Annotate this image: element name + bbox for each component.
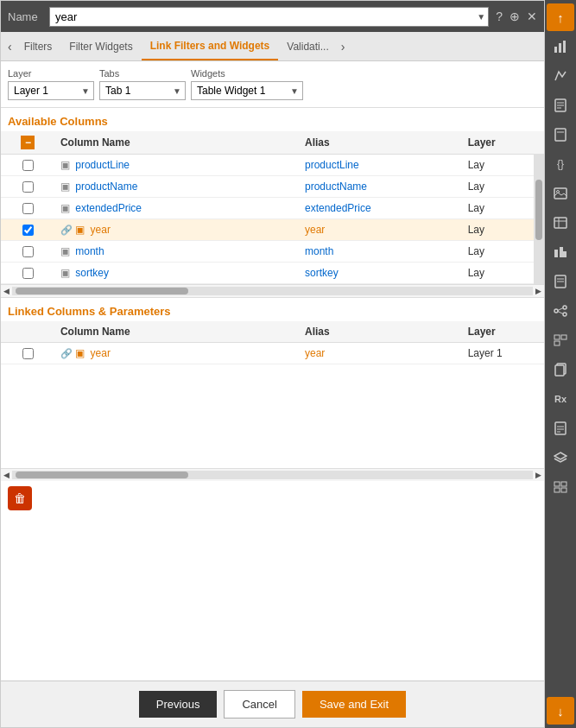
cancel-button[interactable]: Cancel — [224, 690, 294, 719]
linked-row-col-name: year — [91, 347, 111, 359]
row-check-cell — [1, 219, 55, 241]
layer-select-wrap: Layer 1 ▼ — [8, 81, 94, 100]
svg-rect-27 — [554, 341, 560, 345]
tab-navigation: ‹ Filters Filter Widgets Link Filters an… — [1, 32, 544, 61]
sidebar-bar-icon[interactable] — [547, 238, 574, 266]
name-label: Name — [8, 10, 42, 23]
bottom-hscroll-track[interactable] — [12, 471, 533, 479]
row-alias: month — [305, 245, 333, 257]
row-col-name: year — [91, 224, 111, 236]
row-checkbox[interactable] — [22, 181, 34, 193]
sidebar-code-icon[interactable]: {} — [547, 150, 574, 178]
close-icon[interactable]: ✕ — [527, 9, 537, 23]
sidebar-chart-icon[interactable] — [547, 33, 574, 60]
sidebar-doc-icon[interactable] — [547, 92, 574, 119]
link-icon: 🔗 — [60, 348, 71, 358]
widgets-selector-group: Widgets Table Widget 1 ▼ — [191, 68, 303, 100]
svg-rect-34 — [554, 482, 560, 486]
layer-label: Layer — [8, 68, 94, 79]
hscroll-bar: ◀ ▶ — [1, 284, 544, 298]
row-checkbox[interactable] — [22, 203, 34, 214]
row-checkbox[interactable] — [22, 246, 34, 257]
col-type-icon: ▣ — [75, 224, 85, 236]
table-row: 🔗 ▣ year year Layer 1 — [1, 343, 544, 364]
row-name-cell: ▣ sortkey — [55, 263, 300, 284]
row-alias-cell: year — [300, 219, 463, 241]
svg-line-23 — [558, 308, 563, 311]
svg-rect-7 — [555, 129, 566, 141]
deselect-all-icon[interactable]: − — [21, 136, 35, 149]
sidebar-image-icon[interactable] — [547, 180, 574, 207]
hscroll-right-arrow[interactable]: ▶ — [533, 287, 544, 295]
move-icon[interactable]: ⊕ — [510, 9, 520, 23]
available-columns-title: Available Columns — [1, 108, 544, 131]
sidebar-map-icon[interactable] — [547, 62, 574, 90]
widgets-select[interactable]: Table Widget 1 — [191, 81, 303, 100]
col-type-icon: ▣ — [75, 347, 85, 359]
delete-button[interactable]: 🗑 — [8, 486, 32, 510]
row-alias: productLine — [305, 159, 359, 171]
linked-columns-title: Linked Columns & Parameters — [1, 298, 544, 321]
tab-filters[interactable]: Filters — [16, 34, 61, 60]
table-row: ▣ productName productName Lay — [1, 176, 544, 198]
linked-row-alias-cell: year — [300, 343, 463, 364]
row-checkbox[interactable] — [22, 225, 34, 236]
sidebar-grid-icon[interactable] — [547, 473, 574, 501]
row-checkbox[interactable] — [22, 268, 34, 279]
col-type-icon: ▣ — [60, 202, 70, 214]
widgets-label: Widgets — [191, 68, 303, 79]
sidebar-text-icon[interactable] — [547, 121, 574, 149]
sidebar-table-icon[interactable] — [547, 209, 574, 237]
sidebar-copy-icon[interactable] — [547, 356, 574, 383]
hscroll-track[interactable] — [12, 287, 533, 295]
row-alias: sortkey — [305, 267, 339, 279]
layer-select[interactable]: Layer 1 — [8, 81, 94, 100]
row-col-name: productName — [75, 180, 137, 193]
hscroll-left-arrow[interactable]: ◀ — [1, 287, 12, 295]
linked-row-check-cell — [1, 343, 55, 364]
available-columns-table-wrap: − Column Name Alias Layer ▣ — [1, 131, 544, 284]
previous-button[interactable]: Previous — [139, 691, 218, 718]
table-row: ▣ extendedPrice extendedPrice Lay — [1, 198, 544, 219]
sidebar-file-icon[interactable] — [547, 415, 574, 442]
linked-row-checkbox[interactable] — [22, 348, 34, 359]
svg-line-24 — [558, 312, 563, 314]
linked-header-col-name: Column Name — [55, 321, 300, 343]
sidebar-up-icon[interactable]: ↑ — [547, 3, 574, 31]
bottom-hscroll-right-arrow[interactable]: ▶ — [533, 471, 544, 479]
svg-rect-29 — [555, 365, 564, 376]
tab-prev-arrow[interactable]: ‹ — [4, 40, 16, 54]
table-row: ▣ productLine productLine Lay — [1, 155, 544, 176]
available-columns-table: − Column Name Alias Layer ▣ — [1, 131, 544, 284]
bottom-hscroll-left-arrow[interactable]: ◀ — [1, 471, 12, 479]
sidebar-grid-chart-icon[interactable] — [547, 326, 574, 354]
tab-link-filters[interactable]: Link Filters and Widgets — [142, 33, 279, 60]
selectors-row: Layer Layer 1 ▼ Tabs Tab 1 ▼ Wid — [1, 61, 544, 108]
sidebar-connect-icon[interactable] — [547, 297, 574, 325]
svg-rect-37 — [561, 488, 567, 492]
bottom-hscroll-thumb — [16, 472, 188, 478]
vscroll-track[interactable]: ▶ — [534, 154, 544, 284]
save-exit-button[interactable]: Save and Exit — [302, 691, 406, 718]
tab-filter-widgets[interactable]: Filter Widgets — [60, 34, 141, 60]
tab-next-arrow[interactable]: › — [338, 40, 349, 54]
trash-icon: 🗑 — [14, 491, 26, 505]
row-alias-cell: month — [300, 241, 463, 263]
name-input[interactable] — [49, 7, 489, 27]
tab-validation[interactable]: Validati... — [278, 34, 337, 60]
help-icon[interactable]: ? — [496, 9, 503, 23]
row-alias-cell: productLine — [300, 155, 463, 176]
sidebar-download-icon[interactable]: ↓ — [547, 697, 574, 725]
tabs-select[interactable]: Tab 1 — [99, 81, 186, 100]
linked-columns-header: Column Name Alias Layer — [1, 321, 544, 343]
svg-point-20 — [554, 309, 558, 313]
sidebar-rx-icon[interactable]: Rx — [547, 385, 574, 413]
row-alias: extendedPrice — [305, 202, 371, 214]
name-dropdown-arrow[interactable]: ▼ — [477, 12, 485, 22]
sidebar-layers-icon[interactable] — [547, 444, 574, 472]
row-col-name: sortkey — [75, 267, 109, 279]
row-checkbox[interactable] — [22, 160, 34, 171]
sidebar-report-icon[interactable] — [547, 268, 574, 295]
svg-rect-26 — [561, 335, 567, 339]
svg-rect-30 — [555, 422, 566, 434]
